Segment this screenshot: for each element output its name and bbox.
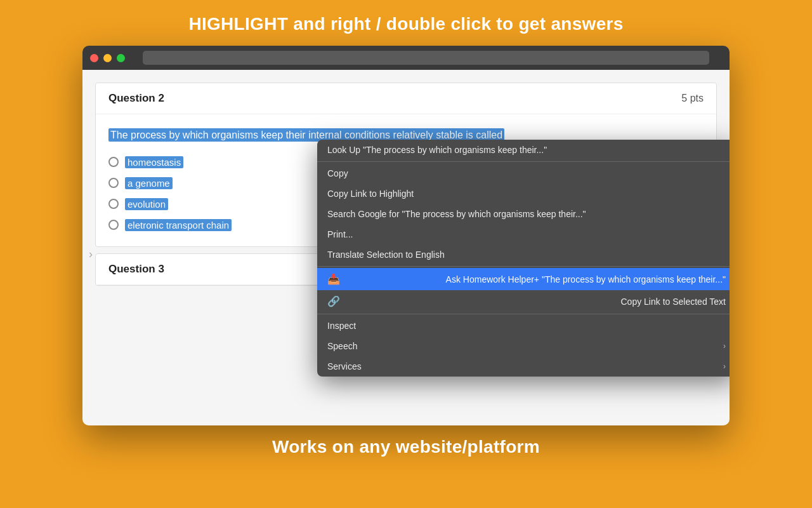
ask-homework-icon: 📥 xyxy=(327,273,340,285)
top-banner: HIGHLIGHT and right / double click to ge… xyxy=(0,0,812,46)
copy-link-selected-text: Copy Link to Selected Text xyxy=(620,297,726,307)
ask-homework-text: Ask Homework Helper+ "The process by whi… xyxy=(446,274,726,284)
menu-item-copy-link-selected[interactable]: 🔗 Copy Link to Selected Text xyxy=(317,290,730,312)
address-bar[interactable] xyxy=(143,51,709,65)
copy-link-highlight-text: Copy Link to Highlight xyxy=(327,189,414,199)
speech-text: Speech xyxy=(327,341,357,351)
search-google-text: Search Google for "The process by which … xyxy=(327,209,586,219)
inspect-text: Inspect xyxy=(327,321,356,331)
traffic-light-green[interactable] xyxy=(117,54,125,62)
browser-content: › Question 2 5 pts The process by which … xyxy=(82,70,730,425)
radio-evolution[interactable] xyxy=(108,199,119,209)
browser-window: › Question 2 5 pts The process by which … xyxy=(82,46,730,425)
question3-title: Question 3 xyxy=(108,263,164,276)
radio-genome[interactable] xyxy=(108,178,119,188)
menu-item-print[interactable]: Print... xyxy=(317,224,730,244)
radio-transport[interactable] xyxy=(108,220,119,230)
menu-item-search-google[interactable]: Search Google for "The process by which … xyxy=(317,204,730,224)
print-text: Print... xyxy=(327,229,353,239)
copy-link-icon: 🔗 xyxy=(327,295,340,307)
menu-item-copy[interactable]: Copy xyxy=(317,163,730,184)
traffic-light-yellow[interactable] xyxy=(103,54,112,62)
translate-text: Translate Selection to English xyxy=(327,250,445,260)
sidebar-arrow: › xyxy=(89,248,93,261)
option-genome-text: a genome xyxy=(125,177,173,189)
option-evolution-text: evolution xyxy=(125,198,168,210)
option-homeostasis-text: homeostasis xyxy=(125,156,183,168)
radio-homeostasis[interactable] xyxy=(108,157,119,167)
context-menu-divider-1 xyxy=(317,161,730,162)
lookup-text: Look Up "The process by which organisms … xyxy=(327,145,547,155)
menu-item-services[interactable]: Services › xyxy=(317,356,730,377)
menu-item-lookup[interactable]: Look Up "The process by which organisms … xyxy=(317,140,730,160)
services-chevron-icon: › xyxy=(723,362,726,371)
bottom-banner: Works on any website/platform xyxy=(0,425,812,469)
menu-item-copy-link-highlight[interactable]: Copy Link to Highlight xyxy=(317,184,730,204)
menu-item-speech[interactable]: Speech › xyxy=(317,336,730,356)
browser-titlebar xyxy=(82,46,730,70)
context-menu-divider-2 xyxy=(317,266,730,267)
traffic-light-red[interactable] xyxy=(90,54,98,62)
speech-chevron-icon: › xyxy=(723,342,726,351)
copy-text: Copy xyxy=(327,168,348,178)
question2-title: Question 2 xyxy=(108,92,164,105)
context-menu: Look Up "The process by which organisms … xyxy=(317,140,730,377)
question2-header: Question 2 5 pts xyxy=(96,83,716,114)
menu-item-ask-homework[interactable]: 📥 Ask Homework Helper+ "The process by w… xyxy=(317,268,730,290)
option-transport-text: eletronic transport chain xyxy=(125,219,232,231)
context-menu-divider-3 xyxy=(317,314,730,314)
menu-item-inspect[interactable]: Inspect xyxy=(317,316,730,336)
question2-pts: 5 pts xyxy=(681,93,704,104)
services-text: Services xyxy=(327,361,362,371)
menu-item-translate[interactable]: Translate Selection to English xyxy=(317,244,730,265)
